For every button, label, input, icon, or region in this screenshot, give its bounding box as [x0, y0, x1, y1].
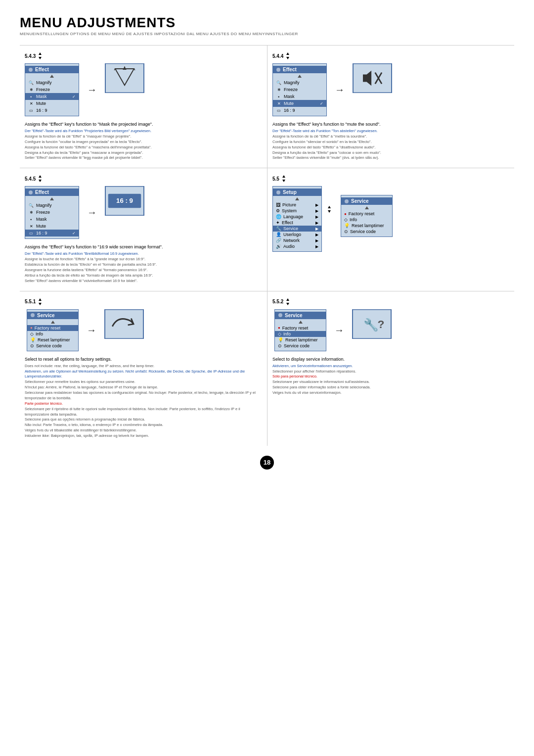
menu-title-544: Effect	[273, 66, 326, 73]
menu-item-magnify-543[interactable]: 🔍 Magnify	[25, 79, 79, 86]
ratio-icon: ▭	[28, 107, 34, 113]
info-icon-552: ◇	[278, 331, 281, 336]
service-item-resetlamp-552[interactable]: 💡 Reset lamptimer	[275, 337, 326, 343]
service-item-info-552[interactable]: ◇ Info	[275, 331, 326, 337]
desc-es-543: Configure la función "ocultar la imagen …	[25, 140, 259, 145]
header: MENU ADJUSTMENTS MENUEINSTELLUNGEN OPTIO…	[20, 15, 514, 36]
svg-text:16 : 9: 16 : 9	[116, 197, 133, 204]
svg-text:🔧: 🔧	[363, 317, 379, 332]
preview-543	[105, 63, 144, 93]
menu-item-freeze-543[interactable]: ❄ Freeze	[25, 86, 79, 93]
service-item-code-55[interactable]: ⊙ Service code	[341, 229, 392, 235]
service-icon: 🔧	[276, 226, 281, 231]
service-item-info-55[interactable]: ◇ Info	[341, 217, 392, 223]
arrow-543: →	[87, 84, 97, 95]
section-544-content: Effect 🔍 Magnify ❄ Freeze	[272, 63, 506, 116]
desc-551: Select to reset all options to factory s…	[25, 356, 259, 439]
menu-item-freeze-545[interactable]: ❄ Freeze	[25, 209, 79, 216]
up-down-arrow-icon-552	[285, 298, 290, 305]
desc-de-552: Aktivieren, um Serviceinformationen anzu…	[272, 364, 506, 369]
preview-545: 16 : 9	[105, 186, 144, 216]
menu-item-mute-545[interactable]: ✕ Mute	[25, 223, 79, 230]
menu-panel-545: Effect 🔍 Magnify ❄ Freeze	[25, 186, 79, 239]
section-545: 5.4.5 Effect 🔍 Magn	[20, 168, 267, 290]
menu-item-ratio-544[interactable]: ▭ 16 : 9	[273, 107, 326, 114]
section-55-number: 5.5	[272, 175, 506, 182]
setup-item-network[interactable]: 🔗 Network ▶	[273, 237, 321, 243]
menu-title-545: Effect	[25, 189, 79, 196]
code-icon-552: ⊙	[278, 343, 282, 348]
factory-dot-55: ●	[344, 212, 347, 216]
sub-arrow-55	[327, 206, 332, 213]
svg-point-19	[31, 313, 35, 317]
menu-item-mask-545[interactable]: ▪ Mask	[25, 216, 79, 223]
setup-item-effect[interactable]: ✦ Effect ▶	[273, 220, 321, 226]
check-mark-543: ✓	[72, 94, 76, 99]
menu-item-freeze-544[interactable]: ❄ Freeze	[273, 86, 326, 93]
service-item-factory-551[interactable]: ● Factory reset	[27, 325, 78, 331]
network-icon: 🔗	[276, 238, 281, 243]
ratio-icon-544: ▭	[276, 107, 282, 113]
menu-item-mute-543[interactable]: ✕ Mute	[25, 100, 79, 107]
menu-item-mask-544[interactable]: ▪ Mask	[273, 93, 326, 100]
mask-icon-545: ▪	[28, 216, 34, 222]
lamp-icon-55: 💡	[344, 223, 350, 228]
menu-item-mask-543[interactable]: ▪ Mask ✓	[25, 93, 79, 100]
setup-item-picture[interactable]: 🖼 Picture ▶	[273, 202, 321, 208]
desc-it-545: Assegnare la funzione della tastiera "Ef…	[25, 268, 259, 273]
arrow-sub-effect: ▶	[315, 221, 318, 225]
magnify-icon-545: 🔍	[28, 202, 34, 208]
section-543-number: 5.4.3	[25, 52, 259, 59]
section-545-number: 5.4.5	[25, 175, 259, 182]
svg-rect-2	[106, 64, 143, 79]
desc-pt-545: Atribui a função da tecla de efeito ao "…	[25, 273, 259, 279]
desc-main-543: Assigns the "Effect" key's function to "…	[25, 121, 259, 128]
arrow-sub-picture: ▶	[315, 203, 318, 207]
desc-it-552: Selezionare per visualizzare le informaz…	[272, 379, 506, 385]
setup-item-userlogo[interactable]: 👤 Userlogo ▶	[273, 232, 321, 237]
menu-item-ratio-543[interactable]: ▭ 16 : 9	[25, 107, 79, 114]
menu-item-mute-544[interactable]: ✕ Mute ✓	[273, 100, 326, 107]
setup-title-55: Setup	[273, 189, 321, 196]
nav-up-55	[273, 196, 321, 202]
lamp-icon-552: 💡	[278, 337, 283, 342]
service-item-factory-55[interactable]: ● Factory reset	[341, 211, 392, 217]
up-down-arrow-icon-551	[38, 298, 43, 305]
desc-no2-551: Inkluderer ikke: Bakprojeksjon, tak, spr…	[25, 433, 259, 439]
desc-no-544: Setter "Effect"-tastens virkemåle til "m…	[272, 155, 506, 161]
freeze-icon-544: ❄	[276, 87, 282, 93]
setup-item-language[interactable]: 🌐 Language ▶	[273, 214, 321, 220]
desc-no-545: Setter "Effect"-tastens virkemåle til "v…	[25, 279, 259, 284]
ratio-icon-545: ▭	[28, 230, 34, 236]
service-item-resetlamp-551[interactable]: 💡 Reset lamptimer	[27, 337, 78, 343]
desc-pt-552: Selecione para obter informação sobre a …	[272, 385, 506, 390]
arrow-552: →	[334, 325, 344, 336]
section-544: 5.4.4 Effect 🔍 Magn	[267, 45, 514, 168]
page: MENU ADJUSTMENTS MENUEINSTELLUNGEN OPTIO…	[0, 0, 534, 756]
setup-item-system[interactable]: ⚙ System ▶	[273, 208, 321, 214]
svg-point-0	[29, 68, 33, 72]
up-down-arrow-icon-544	[285, 52, 290, 59]
svg-rect-9	[354, 64, 391, 93]
service-item-factory-552[interactable]: ● Factory reset	[275, 325, 326, 331]
setup-item-audio[interactable]: 🔊 Audio ▶	[273, 243, 321, 249]
service-item-code-551[interactable]: ⊙ Service code	[27, 343, 78, 349]
service-item-info-551[interactable]: ◇ Info	[27, 331, 78, 337]
service-title-551: Service	[27, 312, 78, 319]
desc-fr-545: Assigne la touche de fonction "Effets" à…	[25, 257, 259, 262]
service-panel-552: Service ● Factory reset ◇ Info	[274, 309, 326, 351]
service-panel-551: Service ● Factory reset ◇ Info	[27, 309, 79, 351]
service-item-code-552[interactable]: ⊙ Service code	[275, 343, 326, 349]
nav-up-551	[27, 319, 78, 325]
menu-item-magnify-545[interactable]: 🔍 Magnify	[25, 202, 79, 209]
code-icon-551: ⊙	[30, 343, 34, 348]
setup-item-service[interactable]: 🔧 Service ▶	[273, 226, 321, 232]
service-item-resetlamp-55[interactable]: 💡 Reset lamptimer	[341, 223, 392, 229]
check-mark-544: ✓	[320, 101, 323, 106]
desc-fr2-551: N'inclut pas: Arrière, le Plafond, la la…	[25, 385, 259, 390]
preview-svg-544	[354, 63, 391, 93]
menu-item-magnify-544[interactable]: 🔍 Magnify	[273, 79, 326, 86]
desc-fr-543: Assigne la fonction de la clé "Effet" à …	[25, 134, 259, 140]
section-552-content: Service ● Factory reset ◇ Info	[272, 309, 506, 351]
menu-item-ratio-545[interactable]: ▭ 16 : 9 ✓	[25, 230, 79, 236]
